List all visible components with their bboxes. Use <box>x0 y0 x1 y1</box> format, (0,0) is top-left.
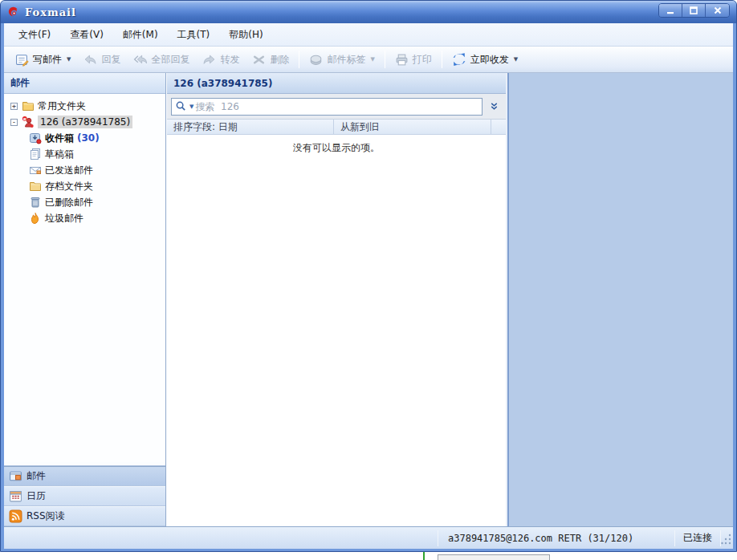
search-box[interactable]: ▼ <box>171 98 483 116</box>
tree-item-drafts[interactable]: 草稿箱 <box>4 146 165 162</box>
tree-item-label: 已发送邮件 <box>45 164 93 177</box>
dropdown-caret-icon: ▼ <box>370 56 374 63</box>
print-button[interactable]: 打印 <box>389 51 438 69</box>
menu-help[interactable]: 帮助(H) <box>219 25 272 45</box>
preview-pane-empty <box>507 73 733 526</box>
print-icon <box>395 53 409 67</box>
mail-account-icon: e <box>22 116 35 128</box>
close-icon <box>714 6 722 14</box>
send-receive-icon <box>452 52 466 67</box>
title-bar[interactable]: Foxmail <box>1 1 736 23</box>
delete-button[interactable]: 删除 <box>246 51 295 69</box>
mail-tag-button[interactable]: 邮件标签 ▼ <box>303 51 381 69</box>
forward-icon <box>202 53 216 67</box>
sort-field-label: 排序字段: 日期 <box>173 120 238 134</box>
chevron-double-down-icon <box>489 101 499 112</box>
mail-tag-label: 邮件标签 <box>327 53 365 67</box>
archive-folder-icon <box>29 180 42 193</box>
message-list[interactable]: 没有可以显示的项。 <box>167 135 506 526</box>
write-mail-button[interactable]: 写邮件 ▼ <box>9 51 77 69</box>
mail-pane-title: 126 (a378941785) <box>173 78 272 89</box>
write-mail-icon <box>15 53 29 67</box>
resize-grip[interactable] <box>721 530 732 546</box>
sidebar-header: 邮件 <box>4 73 165 94</box>
tree-item-account-126[interactable]: - e 126 (a378941785) <box>4 114 165 130</box>
menu-mail[interactable]: 邮件(M) <box>113 25 168 45</box>
nav-item-label: 日历 <box>26 489 46 503</box>
mail-nav-icon <box>9 469 22 483</box>
junk-flame-icon <box>29 212 42 225</box>
menu-file[interactable]: 文件(F) <box>9 25 60 45</box>
reply-button[interactable]: 回复 <box>77 51 127 69</box>
nav-item-label: 邮件 <box>26 469 46 483</box>
search-expand-button[interactable] <box>486 98 502 116</box>
sidebar-nav: 邮件 日历 RSS <box>4 465 165 526</box>
tree-item-label: 草稿箱 <box>45 148 74 161</box>
maximize-icon <box>690 6 698 14</box>
delete-icon <box>252 53 266 67</box>
folder-icon <box>22 99 35 112</box>
dropdown-caret-icon: ▼ <box>67 56 71 63</box>
foxmail-logo-icon <box>6 6 20 19</box>
reply-all-button[interactable]: 全部回复 <box>127 51 196 69</box>
tree-item-inbox[interactable]: 收件箱 (30) <box>4 130 165 146</box>
nav-item-label: RSS阅读 <box>26 509 65 523</box>
status-connection-badge: 已连接 <box>675 531 720 545</box>
nav-item-rss[interactable]: RSS阅读 <box>4 506 165 526</box>
tree-item-label: 存档文件夹 <box>45 180 93 193</box>
minimize-button[interactable] <box>659 4 682 17</box>
tree-item-common-folders[interactable]: + 常用文件夹 <box>4 98 165 114</box>
reply-all-label: 全部回复 <box>151 53 189 67</box>
sidebar-header-label: 邮件 <box>10 76 30 90</box>
sidebar: 邮件 + 常用文件夹 - e <box>4 73 166 526</box>
minimize-icon <box>666 6 674 14</box>
write-mail-label: 写邮件 <box>33 53 62 67</box>
preview-pane <box>506 73 733 526</box>
reply-all-icon <box>133 53 147 67</box>
tree-item-deleted[interactable]: 已删除邮件 <box>4 194 165 210</box>
status-bar: a378941785@126.com RETR (31/120) 已连接 <box>4 526 733 549</box>
empty-list-message: 没有可以显示的项。 <box>167 135 506 155</box>
toolbar-separator <box>442 51 442 68</box>
search-icon <box>175 100 187 112</box>
sort-order-header[interactable]: 从新到旧 <box>334 120 491 134</box>
nav-item-mail[interactable]: 邮件 <box>4 466 165 486</box>
close-button[interactable] <box>706 4 729 17</box>
send-receive-label: 立即收发 <box>470 53 509 67</box>
reply-label: 回复 <box>101 53 120 67</box>
sort-field-header[interactable]: 排序字段: 日期 <box>167 120 334 134</box>
menu-tools[interactable]: 工具(T) <box>168 25 220 45</box>
search-scope-caret-icon[interactable]: ▼ <box>189 103 193 110</box>
folder-tree: + 常用文件夹 - e 126 ( <box>4 94 165 462</box>
expand-plus-icon[interactable]: + <box>10 103 18 110</box>
background-artifact <box>423 552 425 560</box>
delete-label: 删除 <box>270 53 289 67</box>
tree-item-archive[interactable]: 存档文件夹 <box>4 178 165 194</box>
sent-mail-icon <box>29 164 42 177</box>
content-area: 邮件 + 常用文件夹 - e <box>4 73 733 526</box>
collapse-minus-icon[interactable]: - <box>10 119 18 126</box>
forward-button[interactable]: 转发 <box>196 51 246 69</box>
maximize-button[interactable] <box>682 4 706 17</box>
menu-bar: 文件(F) 查看(V) 邮件(M) 工具(T) 帮助(H) <box>4 23 733 47</box>
tree-item-label: 已删除邮件 <box>45 196 93 209</box>
sort-order-label: 从新到旧 <box>340 120 379 134</box>
window-title: Foxmail <box>25 6 76 18</box>
drafts-icon <box>29 148 42 160</box>
print-label: 打印 <box>413 53 432 67</box>
menu-view[interactable]: 查看(V) <box>60 25 113 45</box>
unread-count-badge: (30) <box>77 132 100 144</box>
search-row: ▼ <box>167 94 506 120</box>
tree-item-sent[interactable]: 已发送邮件 <box>4 162 165 178</box>
window-controls <box>658 3 730 18</box>
tree-item-junk[interactable]: 垃圾邮件 <box>4 210 165 226</box>
tree-item-label: 常用文件夹 <box>38 99 86 113</box>
sort-header-row: 排序字段: 日期 从新到旧 <box>167 120 506 135</box>
search-input[interactable] <box>195 99 478 114</box>
nav-item-calendar[interactable]: 日历 <box>4 486 165 506</box>
send-receive-button[interactable]: 立即收发 ▼ <box>446 50 524 69</box>
dropdown-caret-icon: ▼ <box>514 56 518 63</box>
rss-nav-icon <box>9 509 22 523</box>
toolbar-separator <box>299 51 299 68</box>
tree-item-label: 126 (a378941785) <box>38 116 132 128</box>
